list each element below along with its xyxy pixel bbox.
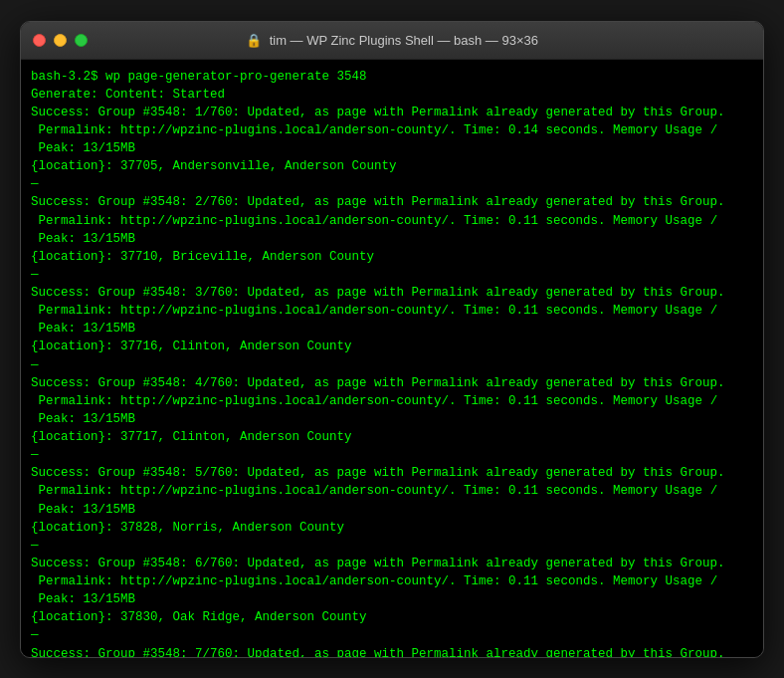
terminal-window: 🔒 tim — WP Zinc Plugins Shell — bash — 9… (20, 21, 764, 658)
terminal-line: Success: Group #3548: 1/760: Updated, as… (31, 104, 753, 121)
terminal-line: — (31, 537, 753, 555)
terminal-line: Success: Group #3548: 5/760: Updated, as… (31, 464, 753, 482)
minimize-button[interactable] (54, 34, 67, 47)
titlebar: 🔒 tim — WP Zinc Plugins Shell — bash — 9… (21, 22, 763, 60)
terminal-line: Peak: 13/15MB (31, 139, 753, 157)
terminal-line: {location}: 37705, Andersonville, Anders… (31, 157, 753, 175)
terminal-line: Success: Group #3548: 2/760: Updated, as… (31, 193, 753, 211)
terminal-line: Peak: 13/15MB (31, 501, 753, 519)
terminal-line: Permalink: http://wpzinc-plugins.local/a… (31, 392, 753, 410)
terminal-line: — (31, 626, 753, 644)
terminal-line: Peak: 13/15MB (31, 410, 753, 428)
terminal-line: {location}: 37717, Clinton, Anderson Cou… (31, 428, 753, 446)
window-title: 🔒 tim — WP Zinc Plugins Shell — bash — 9… (246, 33, 538, 48)
terminal-line: Peak: 13/15MB (31, 230, 753, 248)
terminal-line: — (31, 356, 753, 374)
terminal-line: {location}: 37710, Briceville, Anderson … (31, 248, 753, 266)
terminal-line: Permalink: http://wpzinc-plugins.local/a… (31, 572, 753, 590)
traffic-lights (33, 34, 88, 47)
close-button[interactable] (33, 34, 46, 47)
terminal-line: Permalink: http://wpzinc-plugins.local/a… (31, 302, 753, 320)
maximize-button[interactable] (75, 34, 88, 47)
terminal-line: {location}: 37828, Norris, Anderson Coun… (31, 519, 753, 537)
terminal-line: Success: Group #3548: 7/760: Updated, as… (31, 645, 753, 657)
terminal-line: {location}: 37830, Oak Ridge, Anderson C… (31, 608, 753, 626)
title-text: tim — WP Zinc Plugins Shell — bash — 93×… (270, 33, 538, 48)
terminal-line: Generate: Content: Started (31, 86, 753, 104)
terminal-line: Permalink: http://wpzinc-plugins.local/a… (31, 121, 753, 139)
terminal-line: — (31, 266, 753, 284)
terminal-line: Success: Group #3548: 4/760: Updated, as… (31, 374, 753, 392)
terminal-line: Success: Group #3548: 3/760: Updated, as… (31, 284, 753, 302)
terminal-line: Peak: 13/15MB (31, 320, 753, 338)
terminal-line: Peak: 13/15MB (31, 590, 753, 608)
lock-icon: 🔒 (246, 33, 262, 48)
terminal-line: — (31, 175, 753, 193)
terminal-line: Success: Group #3548: 6/760: Updated, as… (31, 555, 753, 572)
terminal-line: — (31, 446, 753, 464)
terminal-line: {location}: 37716, Clinton, Anderson Cou… (31, 338, 753, 355)
terminal-line: Permalink: http://wpzinc-plugins.local/a… (31, 212, 753, 230)
terminal-body[interactable]: bash-3.2$ wp page-generator-pro-generate… (21, 60, 763, 657)
terminal-line: Permalink: http://wpzinc-plugins.local/a… (31, 482, 753, 500)
terminal-line: bash-3.2$ wp page-generator-pro-generate… (31, 68, 753, 86)
